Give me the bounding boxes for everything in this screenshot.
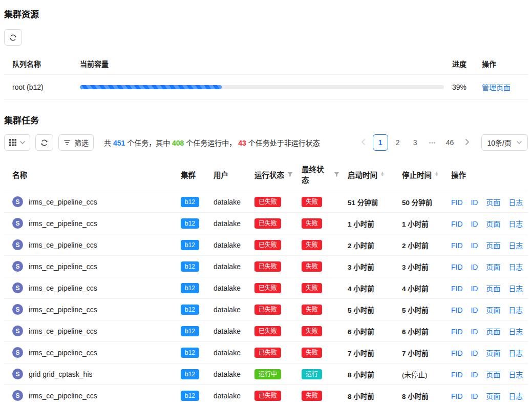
task-name: irms_ce_pipeline_ccs: [29, 262, 97, 271]
task-avatar: S: [12, 347, 23, 358]
run-status-badge: 运行中: [254, 369, 281, 379]
fid-link[interactable]: FID: [451, 285, 463, 293]
col-stop-time[interactable]: 停止时间 ▲▼: [398, 158, 447, 191]
resources-table: 队列名称 当前容量 进度 操作 root (b12) 39% 管理页面: [4, 53, 528, 100]
pagination-page-last[interactable]: 46: [442, 134, 458, 151]
pagination-page-1[interactable]: 1: [373, 134, 388, 151]
fid-link[interactable]: FID: [451, 198, 463, 207]
pagination-next-button[interactable]: [460, 134, 475, 151]
sort-carets-icon[interactable]: ▲▼: [380, 172, 384, 176]
fid-link[interactable]: FID: [451, 328, 463, 336]
col-final-status: 最终状态: [297, 158, 344, 191]
run-status-badge: 已失败: [254, 391, 281, 401]
fid-link[interactable]: FID: [451, 392, 463, 400]
page-link[interactable]: 页面: [486, 241, 500, 250]
task-user: datalake: [209, 191, 250, 213]
page-size-select[interactable]: 10条/页: [481, 134, 528, 151]
resources-refresh-button[interactable]: [4, 29, 22, 46]
stop-time: 4 小时前: [398, 277, 447, 299]
sort-carets-icon[interactable]: ▲▼: [435, 172, 438, 176]
page-link[interactable]: 页面: [486, 392, 500, 400]
filter-lines-icon: [63, 139, 71, 146]
page-link[interactable]: 页面: [486, 328, 500, 336]
id-link[interactable]: ID: [471, 349, 478, 357]
run-status-badge: 已失败: [254, 240, 281, 250]
log-link[interactable]: 日志: [508, 220, 523, 228]
filter-button[interactable]: 筛选: [58, 134, 94, 151]
page-link[interactable]: 页面: [486, 306, 500, 314]
refresh-icon: [9, 34, 17, 42]
pagination-page-2[interactable]: 2: [390, 134, 406, 151]
task-avatar: S: [12, 369, 23, 379]
filter-funnel-icon[interactable]: [287, 172, 293, 177]
fid-link[interactable]: FID: [451, 263, 463, 271]
id-link[interactable]: ID: [471, 392, 478, 400]
id-link[interactable]: ID: [471, 285, 478, 293]
page-link[interactable]: 页面: [486, 198, 500, 207]
id-link[interactable]: ID: [471, 198, 478, 207]
start-time: 5 小时前: [344, 299, 398, 320]
page-link[interactable]: 页面: [486, 371, 500, 379]
fid-link[interactable]: FID: [451, 220, 463, 228]
log-link[interactable]: 日志: [508, 306, 523, 314]
page-link[interactable]: 页面: [486, 220, 500, 228]
col-start-time[interactable]: 启动时间 ▲▼: [344, 158, 398, 191]
manage-page-link[interactable]: 管理页面: [482, 84, 510, 92]
start-time: 1 小时前: [344, 213, 398, 234]
task-user: datalake: [209, 342, 250, 363]
run-status-badge: 已失败: [254, 283, 281, 293]
log-link[interactable]: 日志: [508, 198, 523, 207]
pagination-ellipsis[interactable]: •••: [425, 140, 440, 146]
page-link[interactable]: 页面: [486, 263, 500, 271]
final-status-badge: 失败: [302, 326, 322, 336]
task-row: S irms_ce_pipeline_ccs b12 datalake 已失败 …: [4, 299, 528, 320]
log-link[interactable]: 日志: [508, 263, 523, 271]
id-link[interactable]: ID: [471, 328, 478, 336]
task-name: irms_ce_pipeline_ccs: [29, 241, 97, 249]
start-time: 3 小时前: [344, 256, 398, 277]
id-link[interactable]: ID: [471, 263, 478, 271]
id-link[interactable]: ID: [471, 241, 478, 250]
col-tasks-action: 操作: [447, 158, 528, 191]
log-link[interactable]: 日志: [508, 241, 523, 250]
stop-time: 6 小时前: [398, 320, 447, 342]
run-status-badge: 已失败: [254, 326, 281, 336]
pagination-prev-button[interactable]: [355, 134, 371, 151]
final-status-badge: 失败: [302, 348, 322, 358]
col-progress: 进度: [448, 53, 478, 75]
pagination-page-3[interactable]: 3: [408, 134, 423, 151]
id-link[interactable]: ID: [471, 306, 478, 314]
task-row: S irms_ce_pipeline_ccs b12 datalake 已失败 …: [4, 385, 528, 405]
view-switch-button[interactable]: [4, 134, 30, 151]
task-user: datalake: [209, 256, 250, 277]
log-link[interactable]: 日志: [508, 392, 523, 400]
task-avatar: S: [12, 326, 23, 336]
fid-link[interactable]: FID: [451, 371, 463, 379]
start-time: 4 小时前: [344, 277, 398, 299]
task-row: S irms_ce_pipeline_ccs b12 datalake 已失败 …: [4, 320, 528, 342]
running-count: 408: [172, 139, 184, 147]
cluster-badge: b12: [181, 240, 199, 250]
page-link[interactable]: 页面: [486, 285, 500, 293]
total-count: 451: [113, 139, 125, 147]
task-row: S irms_ce_pipeline_ccs b12 datalake 已失败 …: [4, 277, 528, 299]
id-link[interactable]: ID: [471, 220, 478, 228]
page-link[interactable]: 页面: [486, 349, 500, 357]
summary-text: 个任务运行中，: [184, 139, 238, 147]
log-link[interactable]: 日志: [508, 285, 523, 293]
log-link[interactable]: 日志: [508, 349, 523, 357]
fid-link[interactable]: FID: [451, 349, 463, 357]
cluster-badge: b12: [181, 261, 199, 272]
resource-row: root (b12) 39% 管理页面: [4, 75, 528, 100]
filter-funnel-icon[interactable]: [334, 172, 339, 177]
tasks-refresh-button[interactable]: [35, 134, 53, 151]
stop-time: 50 分钟前: [398, 191, 447, 213]
log-link[interactable]: 日志: [508, 328, 523, 336]
fid-link[interactable]: FID: [451, 306, 463, 314]
fid-link[interactable]: FID: [451, 241, 463, 250]
log-link[interactable]: 日志: [508, 371, 523, 379]
id-link[interactable]: ID: [471, 371, 478, 379]
cluster-badge: b12: [181, 197, 199, 207]
refresh-icon: [40, 139, 48, 147]
col-run-status-label: 运行状态: [254, 169, 284, 180]
